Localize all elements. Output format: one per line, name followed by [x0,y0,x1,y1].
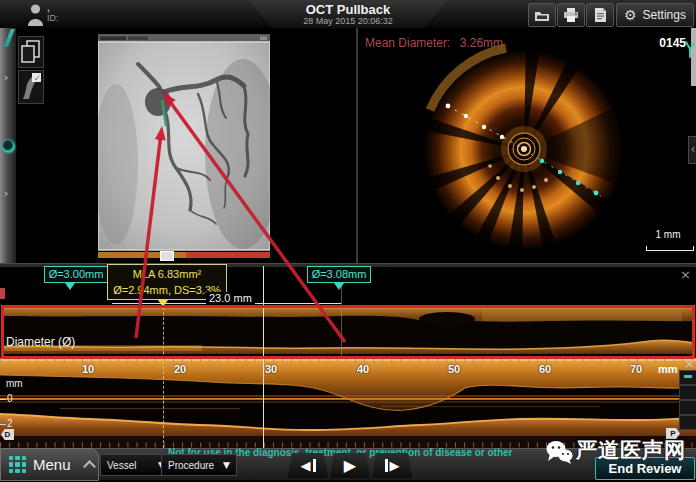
cine-slider-track[interactable] [98,252,270,258]
vessel-check-icon: ✓ [19,71,43,103]
axis-unit-label: mm [6,378,23,389]
step-forward-bar-icon [385,459,388,472]
vessel-dropdown-label: Vessel [107,460,136,471]
segment-length-value: 23.0 mm [206,292,255,304]
step-forward-icon: ▶ [390,459,400,472]
vessel-thumbnail-button[interactable]: ✓ [18,70,44,104]
angiogram-image[interactable] [98,34,270,258]
print-button[interactable] [557,3,585,27]
axis-label-2: 2 [7,418,13,429]
axis-tick-2 [0,424,6,425]
settings-label: Settings [643,8,686,22]
app-title: OCT Pullback [248,2,448,17]
sidebar-expand-bottom-icon[interactable]: › [4,188,8,199]
scale-bar-label: 1 mm [645,229,691,240]
menu-button[interactable]: Menu [0,448,99,481]
ruler-tick-40: 40 [351,363,375,375]
patient-id-label: ID: [47,13,59,23]
step-forward-button[interactable]: ▶ [372,453,412,478]
menu-grid-icon [9,456,26,473]
ruler-tick-60: 60 [533,363,557,375]
sidebar-mode-icon[interactable] [2,140,15,153]
scale-bar [646,246,694,251]
chevron-up-icon [83,460,96,473]
ruler-tick-10: 10 [76,363,100,375]
band-edge-marker [0,288,5,299]
title-bar: , ID: OCT Pullback 28 May 2015 20:06:32 … [0,0,696,29]
patient-name: , [47,2,50,13]
ruler-tick-20: 20 [168,363,192,375]
proximal-reference-label[interactable]: Ø=3.00mm [44,266,108,283]
ruler-tick-50: 50 [442,363,466,375]
gear-icon: ⚙ [624,7,637,23]
frame-number: 0145 [640,36,686,50]
svg-text:✓: ✓ [34,73,42,83]
acquisition-datetime: 28 May 2015 20:06:32 [248,16,448,26]
copy-pages-icon [19,37,43,67]
patient-avatar-icon [27,3,44,26]
longi-tool-button-2[interactable] [679,385,696,400]
axis-label-0: 0 [7,393,13,404]
diameter-band-highlight [1,305,695,359]
diameter-band-label: Diameter (Ø) [6,335,75,349]
proximal-marker-icon [65,283,75,290]
archive-button[interactable] [528,3,556,27]
oct-pullback-screen: , ID: OCT Pullback 28 May 2015 20:06:32 … [0,0,696,482]
procedure-dropdown-label: Procedure [168,460,214,471]
cine-slider-remaining [186,252,270,258]
play-icon: ▶ [344,459,356,472]
mean-diameter-value: 3.26mm [460,36,503,50]
longi-tool-button-4[interactable] [679,415,696,430]
step-back-icon: ◀ [301,459,311,472]
longi-tool-button-3[interactable] [679,400,696,415]
wechat-icon [546,440,573,465]
distal-reference-label[interactable]: Ø=3.08mm [307,266,371,283]
mean-diameter-readout: Mean Diameter: 3.26mm [365,36,503,50]
distal-marker-icon [334,283,344,290]
menu-label: Menu [33,456,71,473]
axis-tick-0 [0,399,6,400]
longitudinal-oct-image[interactable] [0,358,696,448]
longi-tool-button-1[interactable] [679,370,696,385]
procedure-dropdown[interactable]: Procedure ▼ [161,454,237,476]
panel-collapse-handle[interactable]: ‹ [688,136,696,164]
step-back-button[interactable]: ◀ [288,453,328,478]
ruler-unit-label: mm [658,363,678,375]
report-icon [594,8,607,22]
close-icon[interactable]: × [680,267,691,282]
vessel-branch-icon[interactable] [685,40,696,58]
mla-area-value: MLA 6.83mm² [108,266,226,282]
export-report-button[interactable] [586,3,614,27]
sidebar-expand-top-icon[interactable]: › [4,72,8,83]
watermark-text: 严道医声网 [576,436,686,464]
step-back-bar-icon [313,459,316,472]
mean-diameter-label: Mean Diameter: [365,36,450,50]
play-button[interactable]: ▶ [330,453,370,478]
settings-button[interactable]: ⚙ Settings [616,3,694,27]
ruler-tick-70: 70 [624,363,648,375]
cine-slider-handle[interactable] [160,251,174,261]
printer-icon [563,8,579,22]
chevron-down-icon: ▼ [223,460,230,470]
frames-thumbnail-button[interactable] [18,36,44,68]
folder-icon [534,9,550,22]
